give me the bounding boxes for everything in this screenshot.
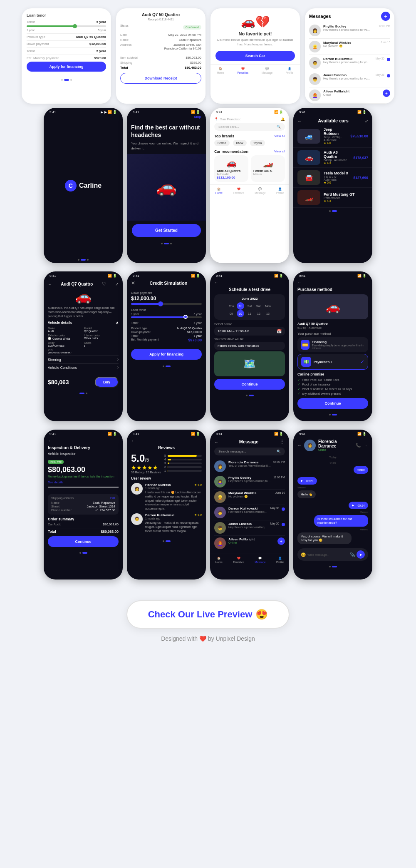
list-item[interactable]: 👱 Maryland Winkles No problem 🙂 June 15 — [309, 39, 390, 55]
financing-method[interactable]: 💳 Financing Everything simply done, appr… — [297, 337, 368, 352]
car-card[interactable]: 🏎️ Ferrari 488 S Manual — — [251, 155, 285, 182]
list-item[interactable]: 🚗 Audi A8 Quattro 540hp · Automatic ★ 4.… — [293, 148, 372, 168]
get-started-btn[interactable]: Get Started — [132, 224, 201, 237]
message-input-bar: 😊 Write message... 📎 ➤ — [297, 548, 368, 561]
add-contact-btn[interactable]: + — [383, 90, 390, 97]
list-item[interactable]: 🚙 Jeep Rubicon Jeep · 670hp · Automatic … — [293, 125, 372, 148]
search-box[interactable]: Search cars... 🔍 — [214, 123, 285, 131]
nav-profile[interactable]: 👤Profile — [286, 67, 293, 74]
list-item[interactable]: 👦 Jamel Eusebio Hey there's a promo wait… — [214, 520, 285, 536]
new-message-btn[interactable]: + — [381, 12, 390, 21]
phone-call-btn[interactable]: 📞 — [356, 443, 361, 448]
list-item[interactable]: 👨 Darron Kulikowski Hey there's a promo … — [214, 505, 285, 520]
down-payment-value: $12,000.00 — [89, 42, 106, 46]
back-btn[interactable]: ← — [297, 280, 302, 285]
audio-message[interactable]: ▶ 00:20 — [297, 477, 317, 485]
nav-message[interactable]: 💬Message — [255, 187, 265, 194]
nav-profile[interactable]: 👤Profile — [276, 187, 284, 194]
total-label: Total — [120, 66, 128, 70]
attach-btn[interactable]: 📎 — [350, 552, 355, 557]
back-btn[interactable]: ← — [48, 438, 52, 443]
more-options-btn[interactable]: ⋮ — [364, 443, 368, 448]
car-hero-image: 🚗 — [127, 154, 206, 221]
nav-favorites[interactable]: ❤️Favorites — [233, 557, 244, 564]
brand-chip[interactable]: Ferrari — [214, 140, 230, 146]
location-slot[interactable]: Filbert street, San Francisco — [214, 342, 285, 350]
loan-slider[interactable] — [27, 25, 106, 27]
list-item[interactable]: 👦 Jamel Eusebio Hey there's a promo wait… — [309, 71, 390, 87]
list-item[interactable]: 👩‍🦰 Aileen Fullbright Okay! + — [309, 87, 390, 104]
emoji-btn[interactable]: 😊 — [301, 552, 306, 557]
continue-btn[interactable]: Continue — [214, 379, 285, 390]
nav-favorites[interactable]: ❤️Favorites — [238, 67, 249, 74]
phone-search-browse: 9:41📶 🔋 📍 San Francisco 🔔 Search cars...… — [210, 108, 289, 263]
day-cell[interactable]: 13 — [264, 310, 272, 317]
list-item[interactable]: 👨 Darron Kulikowski Hey there's a promo … — [309, 55, 390, 71]
list-item[interactable]: 👩‍🦰 Aileen Fullbright Online + — [214, 536, 285, 551]
list-item[interactable]: 👩 Phyllis Godley Hey there's a promo wai… — [309, 22, 390, 39]
live-preview-btn[interactable]: Check Our Live Preview 😍 — [126, 600, 290, 629]
send-btn[interactable]: ➤ — [357, 550, 365, 559]
msg-preview: Online — [228, 541, 275, 544]
search-car-btn[interactable]: Search Car — [215, 51, 295, 61]
day-cell[interactable]: 10 — [237, 310, 244, 317]
nav-message[interactable]: 💬Message — [255, 557, 265, 564]
list-item[interactable]: 🚘 Tesla Model X T E S L A · Automatic ★ … — [293, 168, 372, 188]
add-btn[interactable]: + — [277, 537, 285, 545]
vehicle-desc: Audi lineup, the Audi Q7 has ample cargo… — [48, 306, 119, 318]
inspection-price: $80,063.00 — [48, 465, 119, 474]
collapse-btn[interactable]: ∧ — [116, 321, 119, 325]
nav-profile[interactable]: 👤Profile — [276, 557, 284, 564]
cta-emoji: 😍 — [255, 609, 268, 620]
buy-btn[interactable]: Buy — [95, 377, 119, 388]
avatar: 👨 — [214, 507, 226, 518]
download-receipt-btn[interactable]: Download Receipt — [120, 73, 201, 84]
purchase-title: Purchase method — [297, 287, 368, 292]
message-input[interactable]: Write message... — [307, 553, 348, 556]
time-slot-input[interactable]: 10:00 AM – 11:00 AM 📅 — [214, 327, 285, 336]
brand-chip[interactable]: BMW — [233, 140, 247, 146]
list-item[interactable]: 👱 Maryland Winkles No problem 🙂 June 10 — [214, 490, 285, 505]
nav-home[interactable]: 🏠Home — [215, 187, 223, 194]
list-item[interactable]: 👩‍🦱 Phyllis Godley Hey there's a promo w… — [214, 474, 285, 490]
car-card[interactable]: 🚗 Audi A8 Quattro Automatic $132,100.00 — [214, 155, 248, 182]
back-btn[interactable]: ← — [214, 280, 218, 285]
back-btn[interactable]: ← — [297, 443, 302, 448]
back-btn[interactable]: ← — [48, 282, 52, 286]
nav-favorites[interactable]: ❤️Favorites — [233, 187, 244, 194]
apply-financing-btn[interactable]: Apply for financing — [27, 62, 106, 72]
edit-btn[interactable]: Edit — [110, 497, 115, 500]
down-payment-slider[interactable] — [131, 303, 202, 305]
brand-chip[interactable]: Toyota — [250, 140, 265, 146]
audio-message[interactable]: ▶ 00:24 — [349, 502, 368, 509]
day-cell[interactable]: 09 — [228, 310, 235, 317]
chevron-right-icon[interactable]: › — [117, 357, 119, 362]
loan-title: Loan tenor — [27, 13, 106, 17]
list-item[interactable]: 👩 Florencia Darrance Yes, of course. We … — [214, 459, 285, 474]
nav-message[interactable]: 💬Message — [262, 67, 272, 74]
loan-tenor-slider[interactable] — [131, 316, 202, 318]
expand-btn[interactable]: ⤢ — [365, 119, 368, 123]
message-search[interactable]: Search message... 🔍 — [214, 448, 285, 455]
more-options-btn[interactable]: ⋮ — [279, 438, 285, 445]
day-cell[interactable]: 11 — [246, 310, 253, 317]
favorite-btn[interactable]: ♡ — [102, 281, 106, 287]
payment-full-method[interactable]: 💵 Payment full ✓ — [297, 354, 368, 370]
back-btn[interactable]: ← — [131, 438, 135, 443]
nav-home[interactable]: 🏠Home — [217, 67, 224, 74]
share-btn[interactable]: ↗ — [115, 282, 119, 286]
continue-btn[interactable]: Continue — [48, 536, 119, 547]
chevron-right-icon[interactable]: › — [117, 365, 119, 370]
test-drive-location-label: Your test drive will be — [214, 337, 285, 341]
day-label[interactable]: Fri — [237, 302, 244, 310]
close-btn[interactable]: ✕ — [131, 280, 135, 286]
day-cell[interactable]: 12 — [255, 310, 262, 317]
nav-home[interactable]: 🏠Home — [215, 557, 223, 564]
skip-btn[interactable]: Skip — [194, 115, 201, 119]
back-btn[interactable]: ← — [214, 440, 218, 444]
continue-btn[interactable]: Continue — [297, 398, 368, 409]
see-details-link[interactable]: See details — [48, 480, 119, 484]
back-btn[interactable]: ← — [297, 119, 302, 123]
list-item[interactable]: 🏎️ Ford Mustang GT Performance ★ 4.3 — — [293, 188, 372, 208]
apply-financing-btn[interactable]: Apply for financing — [131, 349, 202, 360]
